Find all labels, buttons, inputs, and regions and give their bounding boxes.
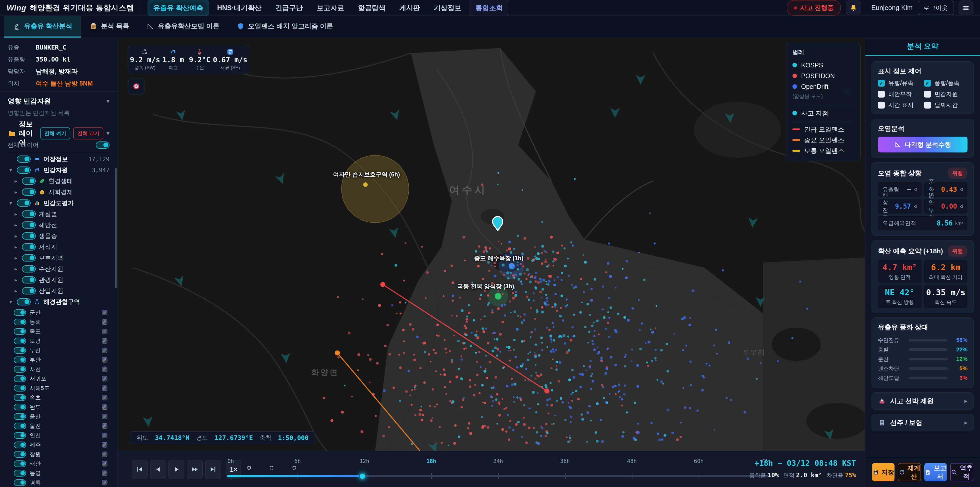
region-toggle[interactable] bbox=[14, 470, 26, 477]
notifications-button[interactable] bbox=[846, 0, 861, 15]
chevron-right-icon[interactable]: ▸ bbox=[13, 178, 19, 184]
region-toggle[interactable] bbox=[14, 479, 26, 486]
region-toggle[interactable] bbox=[14, 451, 26, 458]
region-toggle[interactable] bbox=[14, 309, 26, 316]
checkbox-unchecked[interactable] bbox=[924, 102, 931, 109]
chevron-right-icon[interactable]: ▸ bbox=[13, 244, 19, 250]
display-check-4[interactable]: 시간 표시 bbox=[878, 101, 921, 109]
region-style-icon[interactable] bbox=[101, 338, 108, 344]
chevron-right-icon[interactable]: ▸ bbox=[13, 222, 19, 228]
tab-3[interactable]: 오일펜스 배치 알고리즘 이론 bbox=[228, 16, 342, 38]
all-layers-on-button[interactable]: 전체 켜기 bbox=[40, 128, 70, 139]
display-check-1[interactable]: ✓풍향/풍속 bbox=[924, 79, 968, 87]
skip-to-start-button[interactable] bbox=[132, 460, 148, 479]
layer-toggle[interactable] bbox=[17, 155, 30, 163]
layer-toggle[interactable] bbox=[22, 254, 36, 262]
map-canvas[interactable]: 여수시 화양면 두무리 여자만 습지보호구역 (6h) 종포 해수욕장 (1h)… bbox=[118, 38, 865, 451]
owner-insurance-card[interactable]: 선주 / 보험 ▸ bbox=[872, 414, 974, 431]
region-style-icon[interactable] bbox=[101, 375, 108, 382]
region-toggle[interactable] bbox=[14, 394, 26, 401]
nav-item-2[interactable]: 긴급구난 bbox=[270, 0, 309, 16]
layer-toggle[interactable] bbox=[22, 221, 36, 228]
logout-button[interactable]: 로그아웃 bbox=[918, 1, 953, 15]
chevron-down-icon[interactable]: ▾ bbox=[8, 167, 14, 173]
region-style-icon[interactable] bbox=[101, 356, 108, 363]
backtrack-button[interactable]: 역추적 bbox=[950, 463, 974, 481]
report-button[interactable]: 보고서 bbox=[924, 463, 947, 481]
region-toggle[interactable] bbox=[14, 423, 26, 429]
region-style-icon[interactable] bbox=[101, 451, 108, 458]
nav-item-3[interactable]: 보고자료 bbox=[311, 0, 350, 16]
region-toggle[interactable] bbox=[14, 413, 26, 420]
chevron-down-icon[interactable]: ▾ bbox=[8, 200, 14, 206]
region-toggle[interactable] bbox=[14, 366, 26, 373]
region-style-icon[interactable] bbox=[101, 423, 108, 429]
play-button[interactable] bbox=[169, 460, 184, 479]
timeline-thumb[interactable] bbox=[359, 473, 366, 480]
region-style-icon[interactable] bbox=[101, 347, 108, 354]
layer-toggle[interactable] bbox=[22, 232, 36, 240]
region-toggle[interactable] bbox=[14, 442, 26, 448]
chevron-right-icon[interactable]: ▸ bbox=[13, 288, 19, 294]
chevron-down-icon[interactable]: ▾ bbox=[8, 299, 14, 305]
region-toggle[interactable] bbox=[14, 328, 26, 335]
region-style-icon[interactable] bbox=[101, 319, 108, 325]
region-style-icon[interactable] bbox=[101, 470, 108, 477]
chevron-right-icon[interactable]: ▸ bbox=[13, 255, 19, 261]
region-style-icon[interactable] bbox=[101, 442, 108, 448]
save-button[interactable]: 저장 bbox=[872, 463, 894, 481]
region-style-icon[interactable] bbox=[101, 479, 108, 486]
region-toggle[interactable] bbox=[14, 356, 26, 363]
region-style-icon[interactable] bbox=[101, 366, 108, 373]
region-style-icon[interactable] bbox=[101, 385, 108, 391]
hamburger-menu-button[interactable] bbox=[959, 0, 974, 15]
region-toggle[interactable] bbox=[14, 432, 26, 439]
region-toggle[interactable] bbox=[14, 375, 26, 382]
region-toggle[interactable] bbox=[14, 460, 26, 467]
layer-toggle[interactable] bbox=[22, 276, 36, 283]
layer-toggle[interactable] bbox=[22, 265, 36, 273]
master-layer-toggle[interactable] bbox=[96, 142, 110, 148]
layer-toggle[interactable] bbox=[22, 211, 36, 217]
vessel-spec-card[interactable]: 사고 선박 제원 ▸ bbox=[872, 392, 974, 410]
region-style-icon[interactable] bbox=[101, 394, 108, 401]
chevron-right-icon[interactable]: ▸ bbox=[13, 277, 19, 283]
region-style-icon[interactable] bbox=[101, 404, 108, 410]
nav-item-4[interactable]: 항공탐색 bbox=[352, 0, 391, 16]
chevron-down-icon[interactable]: ▾ bbox=[107, 130, 110, 137]
region-toggle[interactable] bbox=[14, 319, 26, 325]
layer-toggle[interactable] bbox=[17, 298, 30, 305]
checkbox-checked[interactable]: ✓ bbox=[924, 80, 931, 86]
layer-toggle[interactable] bbox=[22, 243, 36, 251]
layer-toggle[interactable] bbox=[22, 177, 36, 185]
layer-toggle[interactable] bbox=[17, 200, 30, 207]
nav-item-7[interactable]: 통합조회 bbox=[469, 0, 509, 16]
region-toggle[interactable] bbox=[14, 385, 26, 391]
display-check-3[interactable]: 민감자원 bbox=[924, 90, 968, 98]
region-toggle[interactable] bbox=[14, 347, 26, 354]
chevron-right-icon[interactable]: ▸ bbox=[13, 266, 19, 272]
chevron-right-icon[interactable]: ▸ bbox=[13, 189, 19, 195]
region-style-icon[interactable] bbox=[101, 309, 108, 316]
nav-item-0[interactable]: 유출유 확산예측 bbox=[148, 0, 209, 16]
region-style-icon[interactable] bbox=[101, 328, 108, 335]
region-style-icon[interactable] bbox=[101, 460, 108, 467]
recalculate-button[interactable]: 재계산 bbox=[898, 463, 921, 481]
recenter-incident-button[interactable] bbox=[128, 78, 145, 94]
region-toggle[interactable] bbox=[14, 404, 26, 410]
nav-item-6[interactable]: 기상정보 bbox=[428, 0, 467, 16]
checkbox-unchecked[interactable] bbox=[878, 102, 885, 109]
step-back-button[interactable] bbox=[150, 460, 166, 479]
nav-item-5[interactable]: 게시판 bbox=[394, 0, 426, 16]
layer-toggle[interactable] bbox=[22, 188, 36, 196]
polygon-analysis-button[interactable]: 다각형 분석수행 bbox=[878, 137, 967, 152]
chevron-down-icon[interactable]: ▾ bbox=[107, 97, 110, 105]
sidebar-scrollbar[interactable] bbox=[115, 168, 117, 288]
display-check-0[interactable]: ✓유향/유속 bbox=[878, 79, 921, 87]
checkbox-checked[interactable]: ✓ bbox=[878, 80, 885, 86]
tab-2[interactable]: 유출유확산모델 이론 bbox=[138, 16, 228, 38]
nav-item-1[interactable]: HNS·대기확산 bbox=[212, 0, 267, 16]
layer-toggle[interactable] bbox=[22, 287, 36, 294]
region-style-icon[interactable] bbox=[101, 432, 108, 439]
tab-0[interactable]: 유출유 확산분석 bbox=[4, 16, 81, 38]
